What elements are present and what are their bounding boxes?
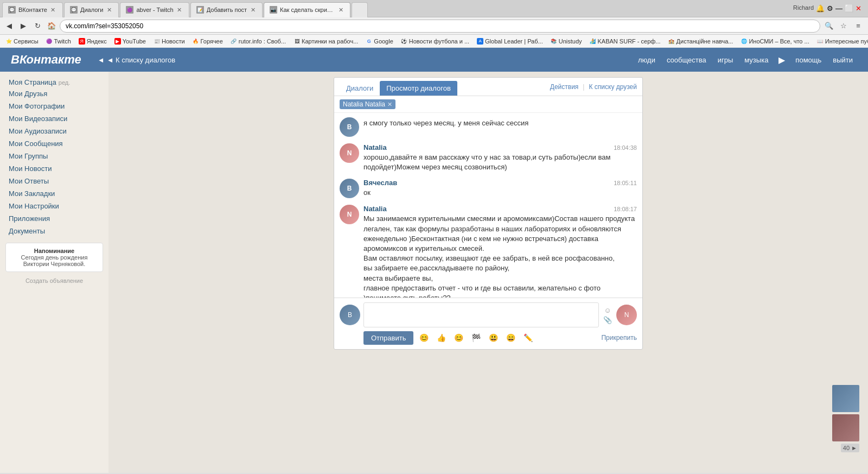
- tab-dialogs-2[interactable]: 💬 Диалоги ✕: [64, 2, 119, 17]
- recipient-close-icon[interactable]: ✕: [387, 101, 392, 108]
- bookmark-google[interactable]: GGoogle: [362, 36, 396, 47]
- close-icon[interactable]: ✕: [856, 4, 861, 12]
- message-header: Natalia 18:04:38: [363, 143, 637, 151]
- nav-communities[interactable]: сообщества: [662, 48, 711, 72]
- more-nav-button[interactable]: ▶: [775, 55, 788, 65]
- sidebar-my-friends[interactable]: Мои Друзья: [0, 87, 108, 100]
- tab-view-dialogs[interactable]: Просмотр диалогов: [380, 81, 457, 96]
- home-button[interactable]: 🏠: [46, 20, 58, 32]
- menu-icon[interactable]: ≡: [852, 20, 865, 33]
- emoji-flags-icon[interactable]: 🏁: [469, 331, 483, 345]
- bookmark-hot[interactable]: 🔥Горячее: [189, 36, 226, 47]
- reminder-title: Напоминание: [34, 248, 74, 254]
- nav-help[interactable]: помощь: [791, 48, 826, 72]
- tab-screenshot[interactable]: 📷 Как сделать скриншот – ✕: [264, 2, 350, 17]
- nav-games[interactable]: игры: [713, 48, 738, 72]
- bookmark-icon: 📰: [154, 38, 160, 45]
- attach-button[interactable]: Прикрепить: [601, 334, 637, 342]
- tab-close-icon[interactable]: ✕: [337, 6, 344, 14]
- dialog-tabs: Диалоги Просмотр диалогов Действия | К с…: [334, 78, 642, 96]
- bookmark-news[interactable]: 📰Новости: [150, 36, 188, 47]
- sidebar-my-videos[interactable]: Мои Видеозаписи: [0, 112, 108, 125]
- emoji-smile-icon[interactable]: 😊: [451, 331, 465, 345]
- bookmark-football[interactable]: ⚽Новости футбола и ...: [398, 36, 473, 47]
- recipient-avatar-right: N: [616, 305, 637, 325]
- to-friends-list-link[interactable]: К списку друзей: [589, 83, 637, 91]
- search-icon[interactable]: 🔍: [822, 20, 835, 33]
- bookmark-icon: 🔗: [231, 38, 237, 45]
- recipient-bar: Natalia Natalia ✕: [334, 96, 642, 113]
- bookmark-rutor[interactable]: 🔗rutor.info : Своб...: [227, 36, 289, 47]
- bookmark-global-leader[interactable]: AGlobal Leader | Раб...: [474, 36, 546, 47]
- back-button[interactable]: ◀: [3, 20, 15, 32]
- sidebar-documents[interactable]: Документы: [0, 225, 108, 237]
- nav-people[interactable]: люди: [634, 48, 660, 72]
- reload-button[interactable]: ↻: [31, 20, 43, 32]
- maximize-icon[interactable]: ⬜: [845, 4, 853, 12]
- bookmark-unistudy[interactable]: 📚Unistudy: [547, 36, 585, 47]
- window-icon[interactable]: 🔔: [816, 4, 825, 12]
- reminder-text: Сегодня день рождения Виктории Черняково…: [21, 254, 88, 267]
- window-controls: Richard 🔔 ⚙ — ⬜ ✕: [789, 4, 866, 12]
- nav-music[interactable]: музыка: [740, 48, 773, 72]
- actions-link[interactable]: Действия: [550, 83, 579, 91]
- sidebar-apps[interactable]: Приложения: [0, 212, 108, 225]
- bookmark-icon: 🖼: [293, 38, 300, 45]
- sidebar-my-groups[interactable]: Мои Группы: [0, 150, 108, 162]
- sidebar-my-page[interactable]: Моя Страница: [9, 78, 56, 86]
- settings-icon[interactable]: ⚙: [827, 4, 833, 12]
- message-sender: Natalia: [363, 143, 387, 151]
- tab-favicon: 💬: [70, 6, 78, 14]
- tab-close-icon[interactable]: ✕: [176, 6, 183, 14]
- message-sender: Вячеслав: [363, 179, 397, 187]
- message-text: я смогу только через месяц. у меня сейча…: [363, 118, 637, 128]
- bookmark-interesting[interactable]: 📖Интересные публик...: [814, 36, 868, 47]
- emoji-pencil-icon[interactable]: ✏️: [521, 331, 535, 345]
- bookmark-youtube[interactable]: ▶YouTube: [111, 36, 149, 47]
- emoji-input-icon[interactable]: ☺: [602, 306, 613, 314]
- tab-close-icon[interactable]: ✕: [105, 6, 113, 14]
- tab-close-icon[interactable]: ✕: [249, 6, 257, 14]
- sidebar-my-bookmarks[interactable]: Мои Закладки: [0, 187, 108, 200]
- bookmark-icon: G: [366, 38, 372, 45]
- emoji-thumbsup-icon[interactable]: 👍: [434, 331, 448, 345]
- address-input[interactable]: [60, 20, 820, 33]
- tab-empty[interactable]: [352, 2, 368, 17]
- edit-label[interactable]: ред.: [59, 79, 70, 86]
- bookmark-inosmi[interactable]: 🌐ИноСМИ – Все, что ...: [737, 36, 812, 47]
- sidebar-my-photos[interactable]: Мои Фотографии: [0, 100, 108, 112]
- to-dialogs-link[interactable]: ◄ ◄ К списку диалогов: [92, 56, 181, 64]
- emoji-happy-icon[interactable]: 😊: [417, 331, 431, 345]
- tab-close-icon[interactable]: ✕: [49, 6, 57, 14]
- star-icon[interactable]: ☆: [837, 20, 850, 33]
- bookmark-twitch[interactable]: 🟣Twitch: [43, 36, 74, 47]
- tab-twitch[interactable]: 🟣 abver - Twitch ✕: [120, 2, 189, 17]
- bookmark-wallpaper[interactable]: 🖼Картинки на рабоч...: [290, 36, 361, 47]
- sidebar-my-news[interactable]: Мои Новости: [0, 162, 108, 175]
- bookmark-kaban[interactable]: 🏄KABAN SURF - серф...: [586, 36, 664, 47]
- bookmark-servisy[interactable]: ⭐Сервисы: [2, 36, 42, 47]
- emoji-joy-icon[interactable]: 😄: [503, 331, 518, 345]
- bookmark-yandex[interactable]: ЯЯндекс: [75, 36, 110, 47]
- tab-label: Как сделать скриншот –: [280, 7, 335, 13]
- minimize-icon[interactable]: —: [835, 4, 843, 12]
- message-input[interactable]: [363, 302, 599, 327]
- send-button[interactable]: Отправить: [363, 331, 413, 345]
- tab-dialogs[interactable]: Диалоги: [340, 81, 380, 96]
- create-ad-link[interactable]: Создать объявление: [0, 277, 108, 284]
- tab-favicon: 🟣: [126, 6, 133, 14]
- tab-dialogs-1[interactable]: 💬 ВКонтакте ✕: [2, 2, 63, 17]
- message-row: N Natalia 18:08:17 Мы занимаемся курител…: [340, 205, 637, 298]
- sidebar-my-answers[interactable]: Мои Ответы: [0, 175, 108, 187]
- attachment-input-icon[interactable]: 📎: [602, 315, 613, 324]
- sidebar-my-audio[interactable]: Мои Аудиозаписи: [0, 125, 108, 137]
- message-time: 18:04:38: [614, 144, 637, 151]
- page-counter: 40 ►: [841, 444, 859, 452]
- forward-button[interactable]: ▶: [17, 20, 29, 32]
- sidebar-my-settings[interactable]: Мои Настройки: [0, 200, 108, 212]
- nav-logout[interactable]: выйти: [828, 48, 857, 72]
- emoji-grin-icon[interactable]: 😃: [486, 331, 500, 345]
- tab-add-post[interactable]: 📝 Добавить пост ✕: [190, 2, 263, 17]
- bookmark-distance[interactable]: 🏫Дистанційне навча...: [665, 36, 737, 47]
- sidebar-my-messages[interactable]: Мои Сообщения: [0, 137, 108, 150]
